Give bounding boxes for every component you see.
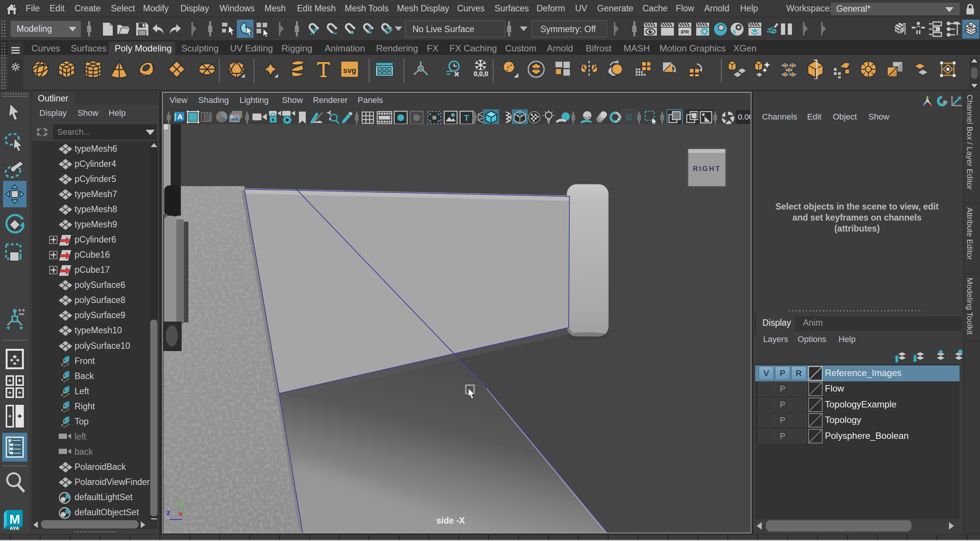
svg-text:AYA: AYA — [10, 525, 19, 531]
svg-text:0,0,0: 0,0,0 — [474, 70, 488, 78]
svg-text:RIGHT: RIGHT — [693, 165, 721, 172]
svg-text:y: y — [178, 498, 182, 506]
svg-text:IPR: IPR — [681, 29, 689, 35]
svg-text:side -X: side -X — [436, 516, 465, 525]
svg-text:svg: svg — [343, 66, 356, 75]
svg-text:z: z — [167, 508, 170, 516]
svg-text:x: x — [178, 509, 183, 517]
svg-text:M: M — [10, 512, 20, 526]
svg-text:T: T — [464, 113, 469, 123]
svg-text:x: x — [732, 27, 736, 35]
svg-text:A: A — [177, 113, 183, 121]
